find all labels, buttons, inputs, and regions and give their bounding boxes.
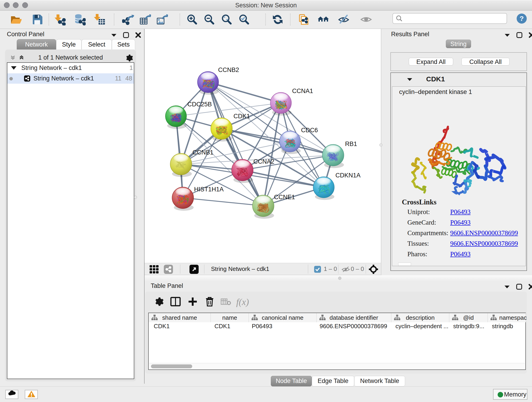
svg-text:RB1: RB1 bbox=[345, 140, 357, 147]
svg-text:CDC25B: CDC25B bbox=[187, 101, 212, 108]
svg-text:CCNE1: CCNE1 bbox=[274, 194, 295, 201]
svg-text:HIST1H1A: HIST1H1A bbox=[194, 186, 224, 193]
svg-text:CCNB2: CCNB2 bbox=[218, 66, 239, 73]
svg-text:CDKN1A: CDKN1A bbox=[336, 172, 361, 179]
svg-text:CCNA1: CCNA1 bbox=[292, 88, 313, 95]
svg-text:CDC6: CDC6 bbox=[301, 127, 318, 134]
svg-text:CDK1: CDK1 bbox=[234, 113, 250, 120]
svg-text:CCNA2: CCNA2 bbox=[253, 158, 274, 165]
svg-text:CCNB1: CCNB1 bbox=[192, 149, 214, 156]
